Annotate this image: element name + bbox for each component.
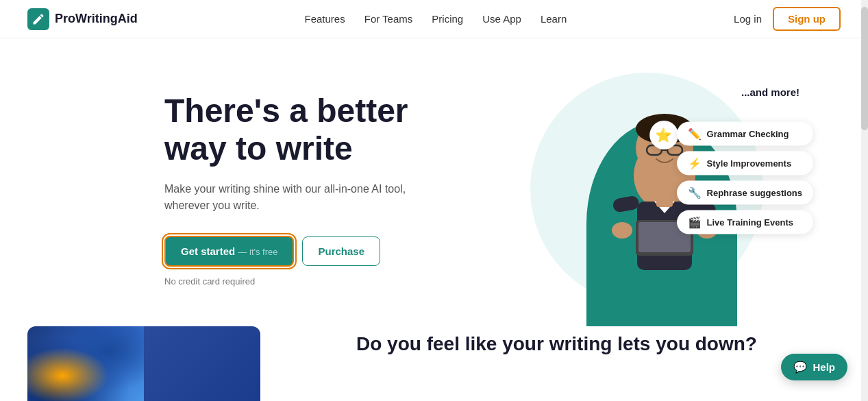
and-more-label: ...and more! xyxy=(741,86,799,98)
star-badge: ⭐ xyxy=(649,121,678,149)
svg-point-12 xyxy=(612,222,632,239)
hero-section: There's a better way to write Make your … xyxy=(0,38,868,326)
nav-link-for-teams[interactable]: For Teams xyxy=(364,13,413,25)
logo-svg xyxy=(32,12,45,26)
feature-pills: ✏️ Grammar Checking ⚡ Style Improvements… xyxy=(677,122,813,234)
pill-grammar-label: Grammar Checking xyxy=(707,129,789,139)
help-button[interactable]: 💬 Help xyxy=(781,354,847,380)
logo-link[interactable]: ProWritingAid xyxy=(27,8,138,30)
help-label: Help xyxy=(813,361,835,373)
cta-label: Get started xyxy=(181,245,235,257)
pill-rephrase-label: Rephrase suggestions xyxy=(707,188,802,198)
nav-links: Features For Teams Pricing Use App Learn xyxy=(305,13,567,25)
purchase-button[interactable]: Purchase xyxy=(302,236,380,266)
scrollbar-thumb xyxy=(861,7,868,130)
signup-button[interactable]: Sign up xyxy=(773,7,841,31)
pill-grammar: ✏️ Grammar Checking xyxy=(677,122,813,146)
nav-link-learn[interactable]: Learn xyxy=(541,13,567,25)
image-right-half xyxy=(144,326,260,401)
bottom-section: Do you feel like your writing lets you d… xyxy=(0,326,868,401)
scrollbar[interactable] xyxy=(861,0,868,401)
training-icon: 🎬 xyxy=(688,216,702,229)
pill-style: ⚡ Style Improvements xyxy=(677,151,813,175)
nav-link-use-app[interactable]: Use App xyxy=(482,13,521,25)
bottom-image xyxy=(27,326,260,401)
hero-subtitle: Make your writing shine with our all-in-… xyxy=(164,181,452,214)
pill-training: 🎬 Live Training Events xyxy=(677,210,813,234)
get-started-button[interactable]: Get started — it's free xyxy=(164,236,294,267)
navbar: ProWritingAid Features For Teams Pricing… xyxy=(0,0,868,38)
pill-rephrase: 🔧 Rephrase suggestions xyxy=(677,181,813,205)
logo-icon xyxy=(27,8,49,30)
bottom-left xyxy=(27,326,315,401)
logo-text: ProWritingAid xyxy=(55,12,138,26)
hero-left: There's a better way to write Make your … xyxy=(164,92,452,287)
svg-rect-11 xyxy=(656,195,673,207)
rephrase-icon: 🔧 xyxy=(688,186,702,199)
cta-free-label: — it's free xyxy=(238,247,277,257)
image-swirl xyxy=(27,326,144,401)
hero-right: ⭐ ...and more! ✏️ Grammar Checking ⚡ Sty… xyxy=(452,66,841,313)
grammar-icon: ✏️ xyxy=(688,127,702,141)
svg-rect-7 xyxy=(612,195,640,213)
no-credit-text: No credit card required xyxy=(164,276,452,287)
nav-actions: Log in Sign up xyxy=(734,7,841,31)
bottom-title: Do you feel like your writing lets you d… xyxy=(356,333,841,355)
hero-title: There's a better way to write xyxy=(164,92,452,167)
hero-buttons: Get started — it's free Purchase xyxy=(164,236,452,267)
style-icon: ⚡ xyxy=(688,157,702,170)
nav-link-pricing[interactable]: Pricing xyxy=(432,13,463,25)
nav-link-features[interactable]: Features xyxy=(305,13,345,25)
image-left-half xyxy=(27,326,144,401)
chat-icon: 💬 xyxy=(793,361,807,374)
pill-style-label: Style Improvements xyxy=(707,158,792,169)
pill-training-label: Live Training Events xyxy=(707,217,793,228)
login-link[interactable]: Log in xyxy=(734,13,762,25)
bottom-right: Do you feel like your writing lets you d… xyxy=(315,326,841,355)
